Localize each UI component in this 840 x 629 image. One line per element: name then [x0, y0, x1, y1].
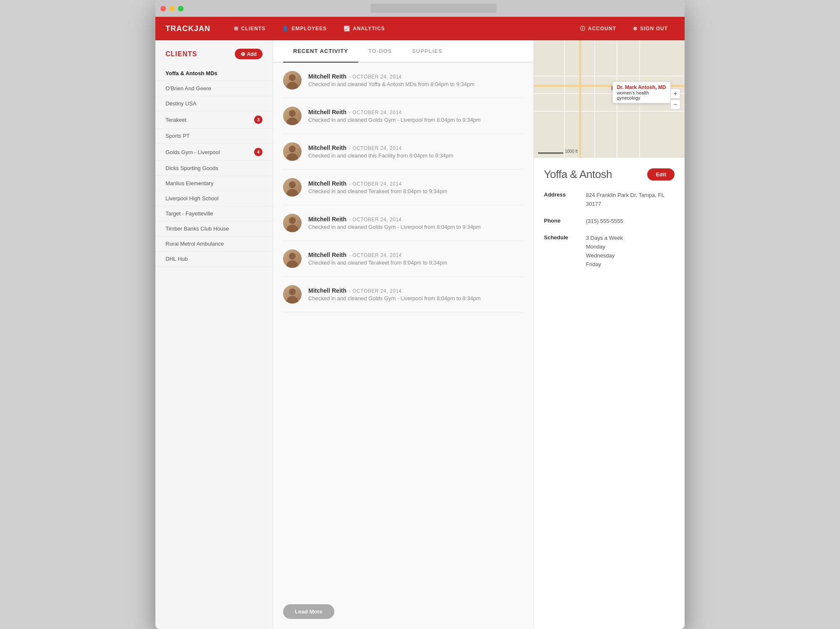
nav-analytics-label: ANALYTICS [353, 26, 385, 31]
avatar [283, 214, 302, 232]
map-zoom-out[interactable]: − [670, 100, 680, 110]
nav-signout-label: SIGN OUT [640, 26, 668, 31]
app-window: TRACKJAN ⊞ CLIENTS 👤 EMPLOYEES 📈 ANALYTI… [155, 0, 685, 629]
activity-person-name: Mitchell Reith- OCTOBER 24, 2014 [308, 144, 523, 151]
sidebar-item-terakeet[interactable]: Terakeet3 [155, 111, 273, 128]
tab-todos[interactable]: TO-DOS [358, 40, 402, 63]
tooltip-sub2: gynecology [617, 95, 666, 100]
close-button[interactable] [160, 6, 166, 11]
nav-account[interactable]: ⓘ ACCOUNT [573, 22, 623, 36]
activity-description: Checked in and cleaned Golds Gym - Liver… [308, 117, 523, 123]
activity-item: Mitchell Reith- OCTOBER 24, 2014Checked … [283, 98, 523, 134]
avatar-image [283, 285, 302, 304]
nav-items: ⊞ CLIENTS 👤 EMPLOYEES 📈 ANALYTICS [227, 22, 573, 35]
activity-description: Checked in and cleaned this Facility fro… [308, 152, 523, 159]
sidebar-item-manlius[interactable]: Manlius Elementary [155, 176, 273, 191]
maximize-button[interactable] [178, 6, 184, 11]
load-more-wrap: Load More [273, 594, 533, 629]
activity-item: Mitchell Reith- OCTOBER 24, 2014Checked … [283, 277, 523, 312]
minimize-button[interactable] [169, 6, 175, 11]
schedule-value: 3 Days a WeekMondayWednesdayFriday [586, 234, 623, 269]
tooltip-sub1: women's health [617, 90, 666, 95]
client-name-label: O'Brien And Geere [165, 85, 211, 92]
sidebar-item-dhl[interactable]: DHL Hub [155, 252, 273, 267]
activity-person-name: Mitchell Reith- OCTOBER 24, 2014 [308, 180, 523, 187]
map-controls: + − [670, 89, 680, 110]
schedule-label: Schedule [544, 234, 578, 241]
avatar [283, 142, 302, 161]
sidebar-item-timber[interactable]: Timber Banks Club House [155, 221, 273, 236]
nav-clients-label: CLIENTS [241, 26, 265, 31]
map-zoom-in[interactable]: + [670, 89, 680, 99]
chart-icon: 📈 [344, 26, 350, 31]
activity-text: Mitchell Reith- OCTOBER 24, 2014Checked … [308, 109, 523, 123]
activity-description: Checked in and cleaned Terakeet from 8:0… [308, 188, 523, 194]
address-label: Address [544, 191, 578, 198]
activity-date: - OCTOBER 24, 2014 [349, 217, 402, 223]
scale-bar [538, 152, 563, 154]
sidebar-item-dicks[interactable]: Dicks Sporting Goods [155, 161, 273, 176]
map-container: Dr. Mark Antosh, MD women's health gynec… [534, 40, 685, 158]
avatar [283, 71, 302, 89]
client-name-label: Golds Gym - Liverpool [165, 149, 220, 155]
sidebar-item-yoffa[interactable]: Yoffa & Antosh MDs [155, 66, 273, 81]
add-client-button[interactable]: Add [235, 49, 262, 59]
client-info: Yoffa & Antosh Edit Address 824 Franklin… [534, 158, 685, 629]
activity-item: Mitchell Reith- OCTOBER 24, 2014Checked … [283, 241, 523, 277]
info-icon: ⓘ [580, 25, 585, 32]
phone-value: (315) 555-5555 [586, 217, 623, 226]
activity-person-name: Mitchell Reith- OCTOBER 24, 2014 [308, 216, 523, 223]
avatar [283, 285, 302, 304]
tab-recent[interactable]: RECENT ACTIVITY [283, 40, 358, 63]
sidebar-item-target[interactable]: Target - Fayetteville [155, 206, 273, 221]
avatar-image [283, 214, 302, 232]
client-name-label: Sports PT [165, 133, 190, 139]
activity-person-name: Mitchell Reith- OCTOBER 24, 2014 [308, 109, 523, 115]
activity-person-name: Mitchell Reith- OCTOBER 24, 2014 [308, 252, 523, 258]
address-row: Address 824 Franklin Park Dr, Tampa, FL … [544, 191, 675, 209]
activity-date: - OCTOBER 24, 2014 [349, 74, 402, 80]
nav-employees[interactable]: 👤 EMPLOYEES [276, 22, 333, 35]
activity-list: Mitchell Reith- OCTOBER 24, 2014Checked … [273, 63, 533, 594]
client-badge: 4 [254, 148, 262, 156]
sidebar-item-destiny[interactable]: Destiny USA [155, 96, 273, 111]
client-badge: 3 [254, 115, 262, 124]
activity-date: - OCTOBER 24, 2014 [349, 288, 402, 294]
client-name-label: Dicks Sporting Goods [165, 165, 218, 171]
nav-signout[interactable]: ⊗ SIGN OUT [626, 22, 675, 35]
tooltip-title: Dr. Mark Antosh, MD [617, 84, 666, 90]
client-name: Yoffa & Antosh [544, 168, 612, 181]
sidebar-item-liverpool[interactable]: Liverpool High School [155, 191, 273, 206]
sidebar-item-rural[interactable]: Rural Metrol Ambulance [155, 236, 273, 252]
load-more-button[interactable]: Load More [283, 604, 334, 619]
sidebar-item-golds[interactable]: Golds Gym - Liverpool4 [155, 144, 273, 161]
map-tooltip: Dr. Mark Antosh, MD women's health gynec… [612, 81, 671, 103]
nav-analytics[interactable]: 📈 ANALYTICS [337, 22, 392, 35]
client-name-label: Yoffa & Antosh MDs [165, 70, 218, 76]
client-name-label: Terakeet [165, 117, 186, 123]
client-list: Yoffa & Antosh MDsO'Brien And GeereDesti… [155, 66, 273, 267]
activity-text: Mitchell Reith- OCTOBER 24, 2014Checked … [308, 73, 523, 87]
avatar-image [283, 107, 302, 125]
sidebar-item-sportspt[interactable]: Sports PT [155, 128, 273, 144]
address-value: 824 Franklin Park Dr, Tampa, FL 30177 [586, 191, 675, 209]
brand-logo: TRACKJAN [165, 24, 210, 33]
activity-person-name: Mitchell Reith- OCTOBER 24, 2014 [308, 73, 523, 80]
avatar-image [283, 142, 302, 161]
sidebar-title: CLIENTS [165, 50, 197, 58]
sidebar: CLIENTS Add Yoffa & Antosh MDsO'Brien An… [155, 40, 273, 629]
avatar [283, 249, 302, 268]
tab-supplies[interactable]: SUPPLIES [402, 40, 452, 63]
sidebar-item-obrien[interactable]: O'Brien And Geere [155, 81, 273, 96]
map-background: Dr. Mark Antosh, MD women's health gynec… [534, 40, 685, 158]
tabs: RECENT ACTIVITYTO-DOSSUPPLIES [273, 40, 533, 63]
activity-item: Mitchell Reith- OCTOBER 24, 2014Checked … [283, 134, 523, 170]
nav-clients[interactable]: ⊞ CLIENTS [227, 22, 272, 35]
activity-date: - OCTOBER 24, 2014 [349, 145, 402, 151]
client-name-label: Rural Metrol Ambulance [165, 241, 224, 247]
avatar-image [283, 71, 302, 89]
client-info-header: Yoffa & Antosh Edit [544, 168, 675, 181]
activity-text: Mitchell Reith- OCTOBER 24, 2014Checked … [308, 180, 523, 194]
client-name-label: Target - Fayetteville [165, 210, 213, 217]
edit-button[interactable]: Edit [647, 168, 675, 181]
